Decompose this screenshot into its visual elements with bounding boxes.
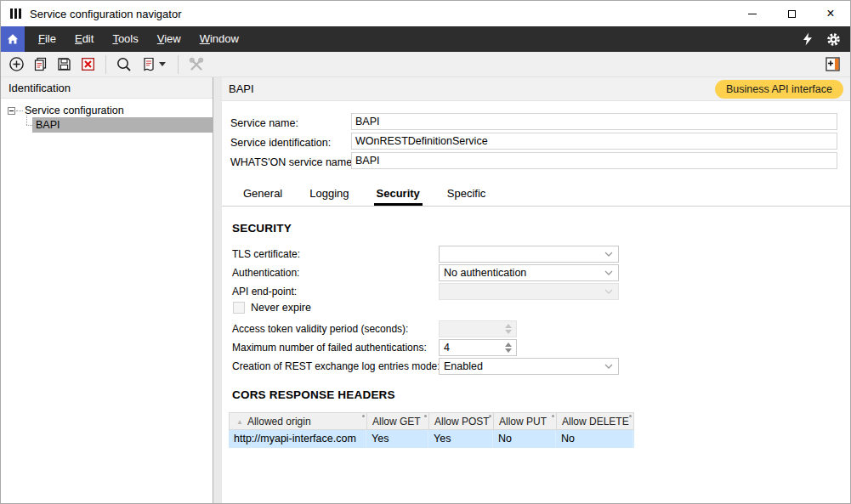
- save-icon: [56, 56, 72, 72]
- add-icon: [9, 56, 25, 72]
- lightning-icon: [802, 32, 814, 46]
- add-button[interactable]: [4, 54, 28, 76]
- search-icon: [116, 56, 133, 73]
- whatson-service-name-input[interactable]: [351, 152, 837, 169]
- tab-bar: General Logging Security Specific: [241, 184, 488, 206]
- tls-certificate-select[interactable]: [439, 246, 619, 263]
- tab-bar-divider: [222, 206, 850, 207]
- copy-icon: [32, 56, 48, 72]
- never-expire-checkbox[interactable]: [233, 302, 245, 314]
- tree-collapse-icon[interactable]: [8, 107, 15, 115]
- chevron-down-icon: [604, 289, 613, 294]
- panel-splitter[interactable]: [213, 77, 222, 503]
- gear-icon: [826, 32, 841, 47]
- chevron-down-icon: [604, 364, 613, 369]
- service-identification-label: Service identification:: [230, 134, 331, 151]
- tab-general[interactable]: General: [241, 184, 285, 206]
- whatson-service-name-label: WHATS'ON service name:: [230, 154, 355, 171]
- cell-allowed-origin: http://myapi-interface.com: [229, 430, 366, 448]
- home-button[interactable]: [1, 26, 25, 52]
- tree-connector: [26, 116, 27, 125]
- add-panel-button[interactable]: [820, 54, 844, 76]
- toolbar-separator: [178, 55, 179, 74]
- cors-table: ▲Allowed origin Allow GET Allow POST All…: [229, 412, 634, 448]
- copy-button[interactable]: [28, 54, 52, 76]
- detail-panel: BAPI Business API interface Service name…: [222, 77, 850, 503]
- add-panel-icon: [825, 57, 840, 71]
- api-endpoint-label: API end-point:: [232, 283, 297, 300]
- authentication-select[interactable]: No authentication: [439, 264, 619, 281]
- spinner-arrows-icon: [505, 324, 512, 334]
- report-icon: [142, 57, 156, 72]
- menu-edit[interactable]: Edit: [65, 26, 103, 52]
- toolbar-separator: [105, 55, 106, 74]
- access-token-validity-spinner: [439, 320, 517, 337]
- app-window: Service configuration navigator × File E…: [0, 0, 851, 504]
- close-button[interactable]: ×: [811, 1, 850, 26]
- chevron-down-icon: [604, 252, 613, 257]
- max-failed-auth-label: Maximum number of failed authentications…: [232, 339, 427, 356]
- menu-view[interactable]: View: [148, 26, 190, 52]
- tools-button[interactable]: [184, 54, 208, 76]
- spinner-arrows-icon[interactable]: [505, 343, 512, 353]
- rest-log-mode-label: Creation of REST exchange log entries mo…: [232, 358, 440, 375]
- tls-certificate-label: TLS certificate:: [232, 246, 300, 263]
- search-button[interactable]: [112, 54, 136, 76]
- maximize-icon: [788, 10, 796, 18]
- tab-logging[interactable]: Logging: [307, 184, 351, 206]
- tree-connector: [26, 125, 32, 126]
- cors-section-heading: CORS RESPONSE HEADERS: [232, 388, 395, 401]
- tree-connector: [16, 110, 23, 111]
- never-expire-label: Never expire: [251, 299, 311, 316]
- cell-allow-put: No: [493, 430, 556, 448]
- cors-table-header: ▲Allowed origin Allow GET Allow POST All…: [229, 412, 634, 430]
- menu-tools[interactable]: Tools: [103, 26, 147, 52]
- detail-title: BAPI: [229, 82, 254, 95]
- save-button[interactable]: [52, 54, 76, 76]
- dropdown-caret-icon: [159, 62, 166, 66]
- service-identification-input[interactable]: [351, 133, 837, 150]
- tab-specific[interactable]: Specific: [445, 184, 489, 206]
- menu-window[interactable]: Window: [190, 26, 248, 52]
- detail-header: BAPI Business API interface: [222, 77, 850, 101]
- tools-icon: [188, 56, 205, 73]
- service-name-label: Service name:: [230, 115, 298, 132]
- api-endpoint-select: [439, 283, 619, 300]
- tree-node-bapi-selected[interactable]: BAPI: [32, 117, 213, 133]
- cell-allow-delete: No: [556, 430, 633, 448]
- rest-log-mode-select[interactable]: Enabled: [439, 358, 619, 375]
- access-token-validity-label: Access token validity period (seconds):: [232, 320, 408, 337]
- cors-table-row-selected[interactable]: http://myapi-interface.com Yes Yes No No: [229, 430, 634, 448]
- max-failed-auth-spinner[interactable]: 4: [439, 339, 517, 356]
- toolbar: [1, 52, 850, 77]
- title-bar: Service configuration navigator ×: [1, 1, 850, 26]
- tab-security[interactable]: Security: [374, 184, 423, 206]
- delete-button[interactable]: [76, 54, 99, 76]
- settings-button[interactable]: [823, 29, 843, 49]
- report-dropdown-button[interactable]: [136, 54, 172, 76]
- identification-panel-header: Identification: [1, 77, 213, 99]
- column-header-allow-get[interactable]: Allow GET: [367, 413, 429, 429]
- minimize-button[interactable]: [733, 1, 772, 26]
- column-header-allowed-origin[interactable]: ▲Allowed origin: [230, 413, 367, 429]
- menu-file[interactable]: File: [29, 26, 65, 52]
- window-title: Service configuration navigator: [30, 8, 182, 20]
- app-icon: [10, 8, 21, 19]
- chevron-down-icon: [604, 270, 613, 275]
- column-header-allow-delete[interactable]: Allow DELETE: [557, 413, 634, 429]
- cell-allow-post: Yes: [428, 430, 493, 448]
- maximize-button[interactable]: [772, 1, 811, 26]
- close-icon: ×: [826, 7, 834, 20]
- identification-panel: Identification Service configuration BAP…: [1, 77, 213, 503]
- security-section-heading: SECURITY: [232, 222, 292, 235]
- column-header-allow-put[interactable]: Allow PUT: [494, 413, 557, 429]
- column-header-allow-post[interactable]: Allow POST: [429, 413, 494, 429]
- sort-ascending-icon: ▲: [236, 414, 243, 429]
- service-name-input[interactable]: [351, 113, 837, 130]
- minimize-icon: [748, 14, 757, 14]
- delete-icon: [80, 56, 96, 72]
- tree-node-service-configuration[interactable]: Service configuration: [25, 104, 124, 118]
- service-type-badge: Business API interface: [715, 80, 843, 99]
- home-icon: [6, 32, 20, 46]
- lightning-button[interactable]: [797, 29, 818, 49]
